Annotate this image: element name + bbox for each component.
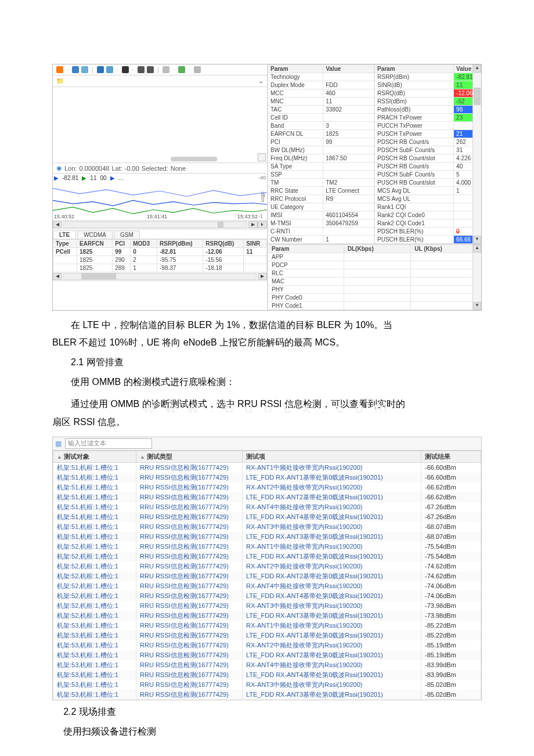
zoom-out-icon[interactable] [147, 66, 154, 73]
cell: RRU RSSI信息检测(16777429) [136, 542, 243, 552]
map-scrollbar[interactable] [171, 157, 217, 161]
table-row[interactable]: 机架:53,机框:1,槽位:1RRU RSSI信息检测(16777429)RX-… [53, 621, 481, 631]
table-row[interactable]: 机架:53,机框:1,槽位:1RRU RSSI信息检测(16777429)LTE… [53, 690, 481, 700]
col-header[interactable]: Value [323, 65, 374, 73]
refresh-icon[interactable] [178, 66, 185, 73]
param-name: PUSCH BLER(%) [375, 236, 454, 244]
scroll-track[interactable] [63, 221, 247, 228]
scroll-down-icon[interactable]: ▼ [473, 236, 481, 244]
table-row[interactable]: 18252891-98.37-18.18 [53, 264, 267, 272]
heading-2-1: 2.1 网管排查 [52, 357, 482, 369]
tab-gsm[interactable]: GSM [114, 231, 140, 239]
scroll-thumb[interactable] [81, 273, 116, 279]
col-header[interactable]: 测试结果 [421, 451, 481, 462]
table-row[interactable]: 机架:53,机框:1,槽位:1RRU RSSI信息检测(16777429)LTE… [53, 670, 481, 680]
cell: RX-ANT1中频处接收带宽内Rssi(190200) [243, 542, 421, 552]
grid-icon[interactable] [122, 66, 129, 73]
table-row[interactable]: 机架:51,机框:1,槽位:1RRU RSSI信息检测(16777429)RX-… [53, 462, 481, 473]
table-row[interactable]: 机架:52,机框:1,槽位:1RRU RSSI信息检测(16777429)RX-… [53, 581, 481, 591]
table-row[interactable]: 机架:52,机框:1,槽位:1RRU RSSI信息检测(16777429)LTE… [53, 552, 481, 561]
tool-icon[interactable] [81, 66, 88, 73]
tab-wcdma[interactable]: WCDMA [77, 231, 113, 239]
table-row[interactable]: 机架:51,机框:1,槽位:1RRU RSSI信息检测(16777429)LTE… [53, 512, 481, 522]
scroll-up-icon[interactable]: ▲ [473, 64, 481, 73]
scroll-thumb[interactable] [218, 222, 223, 228]
col-header[interactable]: SINR [244, 240, 267, 248]
col-header[interactable]: Type [53, 240, 77, 248]
hscrollbar[interactable]: ◀ ▶ ⏵ [53, 221, 267, 229]
col-header[interactable]: EARFCN [77, 240, 113, 248]
cell: RX-ANT2中频处接收带宽内Rssi(190200) [243, 561, 421, 571]
scroll-up-icon[interactable]: ▲ [473, 244, 481, 253]
scroll-right-icon[interactable]: ▶ [248, 221, 258, 228]
col-header[interactable]: PCI [113, 240, 131, 248]
tab-lte[interactable]: LTE [53, 231, 76, 239]
table-row[interactable]: 机架:52,机框:1,槽位:1RRU RSSI信息检测(16777429)RX-… [53, 601, 481, 611]
table-row[interactable]: 机架:51,机框:1,槽位:1RRU RSSI信息检测(16777429)LTE… [53, 532, 481, 542]
scroll-left-icon[interactable]: ◀ [53, 273, 62, 280]
table-row[interactable]: 机架:51,机框:1,槽位:1RRU RSSI信息检测(16777429)LTE… [53, 473, 481, 483]
table-row[interactable]: PCell1825990-82.81-12.0611 [53, 248, 267, 256]
param-pane: ParamValueTechnologyDuplex ModeFDDMCC460… [268, 64, 481, 244]
table-row[interactable]: 机架:52,机框:1,槽位:1RRU RSSI信息检测(16777429)RX-… [53, 542, 481, 552]
globe-icon[interactable] [163, 66, 169, 73]
col-header[interactable]: DL(Kbps) [344, 245, 411, 253]
table-row: MCS Avg DL1 [375, 187, 481, 195]
map-area[interactable] [53, 87, 267, 163]
table-row[interactable]: 机架:52,机框:1,槽位:1RRU RSSI信息检测(16777429)RX-… [53, 561, 481, 571]
table-row: RSRP(dBm)-82.81 [375, 73, 481, 81]
layer-icon[interactable] [106, 66, 113, 73]
scroll-thumb[interactable] [474, 88, 481, 105]
table-row[interactable]: 机架:53,机框:1,槽位:1RRU RSSI信息检测(16777429)RX-… [53, 680, 481, 690]
col-header[interactable]: RSRQ(dB) [203, 240, 244, 248]
table-row[interactable]: 机架:51,机框:1,槽位:1RRU RSSI信息检测(16777429)RX-… [53, 522, 481, 532]
scroll-left-icon[interactable]: ◀ [53, 221, 62, 228]
scroll-track[interactable] [63, 273, 257, 280]
col-header[interactable]: Param [375, 65, 454, 73]
vscrollbar[interactable]: ▲ ▼ [472, 244, 481, 310]
table-row[interactable]: 机架:51,机框:1,槽位:1RRU RSSI信息检测(16777429)LTE… [53, 492, 481, 502]
paragraph: w w w . b d o c x . c o m 通过使用 OMMB 的诊断测… [35, 395, 499, 413]
param-name: MCS Avg DL [375, 187, 454, 195]
col-header[interactable]: 测试项 [243, 451, 421, 462]
table-row[interactable]: 18252902-95.75-15.56 [53, 256, 267, 264]
hscrollbar[interactable]: ◀ ▶ [53, 272, 267, 281]
col-header[interactable]: ▲测试类型 [136, 451, 243, 462]
table-row[interactable]: 机架:53,机框:1,槽位:1RRU RSSI信息检测(16777429)RX-… [53, 640, 481, 650]
zoom-in-icon[interactable] [138, 66, 145, 73]
table-row[interactable]: 机架:51,机框:1,槽位:1RRU RSSI信息检测(16777429)RX-… [53, 502, 481, 512]
table-row[interactable]: 机架:52,机框:1,槽位:1RRU RSSI信息检测(16777429)LTE… [53, 611, 481, 621]
col-header[interactable]: UL (Kbps) [411, 245, 481, 253]
scroll-right-icon[interactable]: ▶ [258, 273, 267, 280]
more-icon[interactable] [194, 66, 201, 73]
param-name: RRC Protocol [268, 195, 323, 203]
record-icon[interactable] [56, 66, 63, 73]
cell: RRU RSSI信息检测(16777429) [136, 502, 243, 512]
table-row[interactable]: 机架:53,机框:1,槽位:1RRU RSSI信息检测(16777429)RX-… [53, 660, 481, 670]
vscrollbar[interactable]: ▲ ▼ [472, 64, 481, 244]
tool-icon[interactable] [72, 66, 79, 73]
col-header[interactable]: Param [268, 245, 344, 253]
table-row[interactable]: 机架:53,机框:1,槽位:1RRU RSSI信息检测(16777429)LTE… [53, 631, 481, 640]
col-header[interactable]: ▲测试对象 [53, 451, 136, 462]
table-row[interactable]: 机架:51,机框:1,槽位:1RRU RSSI信息检测(16777429)RX-… [53, 483, 481, 492]
scroll-down-icon[interactable]: ▼ [473, 302, 481, 310]
col-header[interactable]: RSRP(dBm) [157, 240, 203, 248]
address-bar[interactable]: 📁 ⌄ [53, 75, 267, 87]
param-value: 4601104554 [323, 211, 374, 219]
chevron-down-icon[interactable]: ⌄ [258, 77, 264, 85]
col-header[interactable]: Param [268, 65, 323, 73]
table-row[interactable]: 机架:53,机框:1,槽位:1RRU RSSI信息检测(16777429)LTE… [53, 650, 481, 660]
filter-input[interactable]: 输入过滤文本 [65, 438, 152, 449]
scroll-end-icon[interactable]: ⏵ [258, 221, 267, 228]
table-row[interactable]: 机架:52,机框:1,槽位:1RRU RSSI信息检测(16777429)LTE… [53, 571, 481, 581]
param-name: C-RNTI [268, 228, 323, 236]
col-header[interactable]: MOD3 [131, 240, 157, 248]
table-row: CW Number1 [268, 236, 374, 244]
document-page: · | · · | · · 📁 ⌄ [0, 0, 534, 756]
play-icon[interactable] [97, 66, 104, 73]
map-resize-icon[interactable] [258, 153, 266, 161]
table-row[interactable]: 机架:52,机框:1,槽位:1RRU RSSI信息检测(16777429)LTE… [53, 591, 481, 601]
param-name: BW DL(MHz) [268, 146, 323, 154]
param-name: RRC State [268, 187, 323, 195]
